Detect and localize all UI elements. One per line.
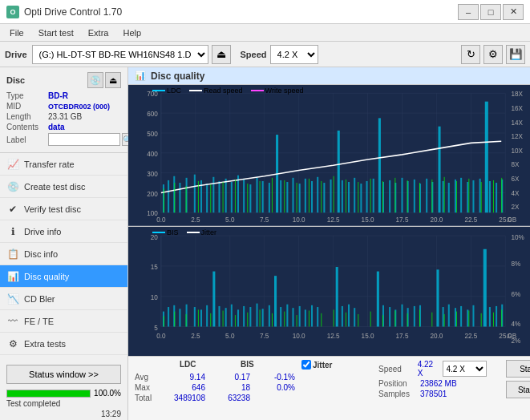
svg-text:500: 500 — [147, 131, 158, 138]
menu-help[interactable]: Help — [116, 26, 148, 39]
settings-button[interactable]: ⚙ — [483, 45, 503, 64]
svg-rect-45 — [323, 183, 325, 212]
stats-total-row: Total 3489108 63238 — [135, 394, 366, 402]
svg-rect-209 — [297, 315, 297, 326]
svg-rect-216 — [382, 315, 383, 326]
total-bis: 63238 — [208, 394, 250, 402]
svg-rect-46 — [330, 180, 332, 212]
status-window-button[interactable]: Status window >> — [6, 365, 121, 384]
svg-rect-200 — [186, 314, 187, 327]
svg-text:8X: 8X — [511, 161, 520, 168]
svg-text:600: 600 — [147, 111, 158, 118]
fe-te-icon: 〰 — [6, 315, 19, 328]
svg-rect-102 — [481, 182, 482, 212]
svg-text:20.0: 20.0 — [430, 216, 443, 224]
cd-bler-icon: 📉 — [6, 293, 19, 305]
chart-header: 📊 Disc quality — [128, 67, 530, 85]
mid-value: OTCBDR002 (000) — [48, 103, 110, 111]
svg-rect-51 — [360, 184, 362, 212]
svg-rect-179 — [377, 271, 379, 326]
empty-header — [135, 360, 160, 370]
type-label: Type — [6, 91, 48, 100]
svg-rect-84 — [260, 181, 261, 212]
svg-rect-163 — [249, 307, 251, 326]
drive-label: Drive — [5, 50, 27, 59]
svg-rect-69 — [467, 182, 468, 212]
svg-text:10%: 10% — [511, 232, 524, 240]
svg-rect-65 — [443, 181, 444, 212]
label-input[interactable] — [48, 133, 120, 146]
disc-eject-btn[interactable]: ⏏ — [105, 72, 121, 88]
sidebar-item-cd-bler[interactable]: 📉 CD Bler — [0, 288, 127, 310]
svg-rect-181 — [389, 307, 390, 326]
svg-rect-150 — [168, 307, 169, 326]
start-part-button[interactable]: Start part — [506, 381, 530, 398]
sidebar-item-transfer-rate[interactable]: 📈 Transfer rate — [0, 153, 127, 176]
minimize-button[interactable]: – — [458, 4, 479, 20]
stats-avg-row: Avg 9.14 0.17 -0.1% — [135, 373, 366, 382]
disc-icon-btn[interactable]: 💿 — [87, 72, 103, 88]
svg-rect-68 — [460, 178, 462, 212]
disc-info-icon: 📋 — [6, 248, 19, 260]
drive-select[interactable]: (G:) HL-DT-ST BD-RE WH16NS48 1.D3 — [32, 45, 208, 64]
svg-text:12X: 12X — [511, 133, 523, 140]
disc-section-title: Disc — [6, 75, 25, 85]
svg-rect-74 — [496, 183, 497, 212]
sidebar-item-fe-te[interactable]: 〰 FE / TE — [0, 310, 127, 333]
svg-rect-92 — [358, 182, 358, 212]
progress-percent: 100.0% — [94, 389, 121, 398]
svg-rect-177 — [348, 305, 350, 327]
refresh-button[interactable]: ↻ — [461, 45, 480, 64]
svg-rect-204 — [235, 315, 236, 326]
svg-rect-43 — [311, 181, 313, 212]
avg-bis: 0.17 — [208, 373, 250, 382]
read-speed-legend: Read speed — [204, 87, 243, 95]
svg-rect-214 — [358, 314, 358, 327]
svg-rect-226 — [501, 309, 502, 326]
menu-extra[interactable]: Extra — [82, 26, 115, 39]
sidebar-item-create-test-disc[interactable]: 💿 Create test disc — [0, 176, 127, 198]
label-label: Label — [6, 135, 48, 144]
mid-label: MID — [6, 102, 48, 111]
chart-area: 📊 Disc quality LDC Read speed Write spee… — [128, 67, 530, 420]
svg-text:16X: 16X — [511, 105, 523, 112]
speed-select[interactable]: 4.2 X — [270, 45, 318, 64]
bis-legend: BIS — [167, 228, 179, 236]
svg-text:7.5: 7.5 — [260, 216, 269, 224]
svg-rect-64 — [438, 127, 440, 213]
create-test-disc-icon: 💿 — [6, 180, 19, 193]
speed-select-stats[interactable]: 4.2 X — [443, 361, 488, 377]
eject-button[interactable]: ⏏ — [212, 45, 231, 64]
svg-rect-201 — [198, 309, 199, 326]
jitter-checkbox[interactable] — [301, 360, 311, 370]
avg-jitter: -0.1% — [253, 373, 295, 382]
svg-rect-34 — [257, 178, 258, 212]
svg-rect-192 — [467, 309, 468, 326]
jitter-legend: Jitter — [201, 228, 217, 236]
start-full-button[interactable]: Start full — [506, 360, 530, 378]
svg-text:5: 5 — [154, 323, 158, 331]
save-button[interactable]: 💾 — [506, 45, 525, 64]
sidebar-item-disc-info[interactable]: 📋 Disc info — [0, 243, 127, 265]
type-value: BD-R — [48, 91, 68, 100]
menu-start-test[interactable]: Start test — [32, 26, 80, 39]
sidebar-item-verify-test-disc[interactable]: ✔ Verify test disc — [0, 198, 127, 220]
sidebar-item-disc-quality[interactable]: 📊 Disc quality — [0, 265, 127, 288]
close-button[interactable]: ✕ — [503, 4, 524, 20]
sidebar-item-drive-info[interactable]: ℹ Drive info — [0, 220, 127, 243]
sidebar-item-extra-tests[interactable]: ⚙ Extra tests — [0, 333, 127, 355]
svg-text:300: 300 — [147, 171, 158, 178]
svg-rect-198 — [164, 316, 164, 326]
progress-row: 100.0% — [0, 387, 127, 399]
menu-file[interactable]: File — [3, 26, 30, 39]
samples-val: 378501 — [420, 390, 447, 398]
svg-rect-185 — [414, 306, 415, 327]
svg-rect-218 — [407, 313, 408, 327]
svg-rect-196 — [496, 306, 497, 327]
svg-rect-223 — [468, 310, 469, 326]
top-chart-svg: 700 600 500 400 300 200 100 18X 16X 14X … — [128, 85, 530, 226]
stats-max-row: Max 646 18 0.0% — [135, 383, 366, 392]
svg-text:200: 200 — [147, 191, 158, 198]
svg-text:17.5: 17.5 — [396, 331, 409, 339]
maximize-button[interactable]: □ — [480, 4, 501, 20]
